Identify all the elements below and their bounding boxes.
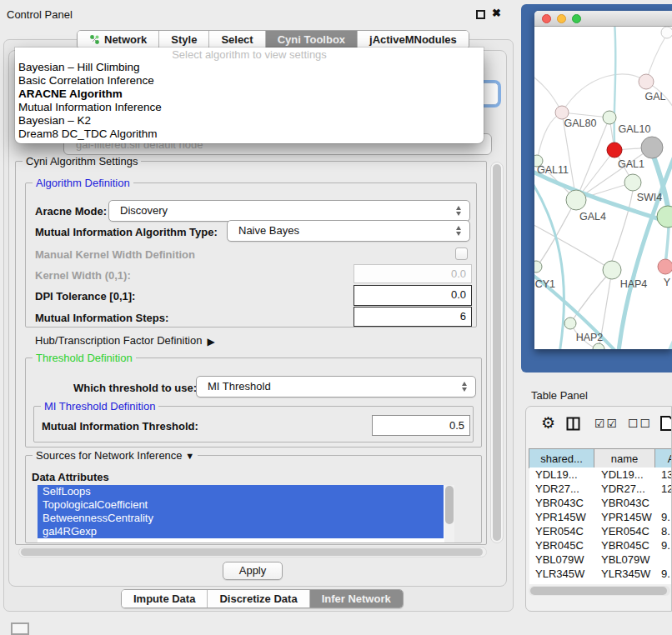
mi-type-combo[interactable]: Naive Bayes bbox=[227, 220, 470, 242]
network-canvas[interactable]: GALGAL80GAL10GAL1GAL11SWI4GAL4GCY1HAP4YH… bbox=[534, 27, 672, 348]
tab-infer-network[interactable]: Infer Network bbox=[309, 590, 403, 608]
network-node-hap4[interactable] bbox=[603, 261, 621, 279]
network-edge bbox=[537, 112, 562, 161]
attributes-scrollbar-thumb[interactable] bbox=[445, 486, 454, 524]
table-row[interactable]: YBL079WYBL079W bbox=[529, 552, 672, 567]
tab-label: Cyni Toolbox bbox=[278, 31, 345, 48]
network-node-gcy1[interactable] bbox=[534, 261, 542, 272]
attributes-scrollbar[interactable] bbox=[444, 485, 454, 542]
table-cell: 9. bbox=[657, 581, 672, 584]
table-row[interactable]: YDL19...YDL19...13 bbox=[529, 468, 672, 482]
table-cell: YDL19... bbox=[529, 468, 595, 482]
algorithm-option[interactable]: Basic Correlation Inference bbox=[15, 74, 484, 88]
network-node-gal4[interactable] bbox=[566, 190, 586, 210]
attribute-item[interactable]: SelfLoops bbox=[38, 485, 444, 498]
gear-icon[interactable]: ⚙ bbox=[541, 413, 555, 432]
network-window: GALGAL80GAL10GAL1GAL11SWI4GAL4GCY1HAP4YH… bbox=[534, 11, 672, 349]
table-row[interactable]: YPR145WYPR145W9. bbox=[529, 510, 672, 524]
network-node-gal10[interactable] bbox=[603, 111, 616, 124]
settings-vertical-scrollbar-thumb[interactable] bbox=[493, 164, 501, 541]
table-cell: 12 bbox=[657, 482, 672, 496]
node-label: Y bbox=[664, 277, 671, 288]
algorithm-option[interactable]: Dream8 DC_TDC Algorithm bbox=[15, 128, 484, 141]
sources-legend-toggle[interactable]: Sources for Network Inference ▼ bbox=[33, 449, 198, 462]
deselect-checkboxes-icon[interactable]: ☐☐ bbox=[628, 417, 652, 430]
settings-horizontal-scrollbar[interactable] bbox=[18, 547, 487, 558]
select-all-checkboxes-icon[interactable]: ☑☑ bbox=[594, 417, 619, 430]
attribute-item[interactable]: gal4RGexp bbox=[38, 525, 444, 538]
table-row[interactable]: YIL052CYIL052C9. bbox=[529, 581, 672, 584]
table-row[interactable]: YLR345WYLR345W9. bbox=[529, 567, 672, 581]
network-node-hap2[interactable] bbox=[564, 318, 576, 329]
network-node-gray-hub[interactable] bbox=[641, 137, 663, 158]
network-node-edge-top[interactable] bbox=[661, 27, 672, 38]
hub-definition-toggle[interactable]: Hub/Transcription Factor Definition▶ bbox=[35, 334, 215, 348]
network-window-titlebar[interactable] bbox=[534, 11, 672, 27]
node-label: GAL10 bbox=[619, 123, 651, 135]
node-label: SWI4 bbox=[637, 192, 663, 203]
table-row[interactable]: YBR045CYBR045C9. bbox=[529, 538, 672, 552]
application-window: Control Panel ✖ NetworkStyleSelectCyni T… bbox=[0, 0, 672, 635]
algorithm-definition-legend: Algorithm Definition bbox=[33, 177, 133, 189]
window-zoom-icon[interactable] bbox=[572, 14, 581, 23]
apply-button[interactable]: Apply bbox=[223, 562, 283, 580]
threshold-definition-legend: Threshold Definition bbox=[33, 352, 136, 364]
settings-vertical-scrollbar[interactable] bbox=[490, 162, 504, 543]
table-row[interactable]: YER054CYER054C8. bbox=[529, 524, 672, 538]
split-columns-icon[interactable] bbox=[566, 417, 580, 433]
mi-threshold-field[interactable]: 0.5 bbox=[372, 415, 470, 436]
tab-select[interactable]: Select bbox=[208, 31, 264, 48]
attribute-item[interactable]: BetweennessCentrality bbox=[38, 512, 444, 525]
network-node-swi4[interactable] bbox=[657, 206, 672, 228]
table-row[interactable]: YBR043CYBR043C bbox=[529, 496, 672, 510]
algorithm-option[interactable]: Bayesian – K2 bbox=[15, 114, 484, 128]
minimized-panel-icon[interactable] bbox=[11, 622, 29, 635]
table-cell: YDR27... bbox=[529, 482, 595, 496]
column-header[interactable]: shared... bbox=[529, 448, 594, 468]
window-minimize-icon[interactable] bbox=[557, 14, 566, 23]
document-icon[interactable] bbox=[659, 415, 672, 434]
table-cell: YBL079W bbox=[529, 552, 595, 567]
tab-discretize-data[interactable]: Discretize Data bbox=[207, 590, 308, 608]
which-threshold-value: MI Threshold bbox=[208, 380, 271, 392]
mi-steps-field[interactable]: 6 bbox=[354, 307, 472, 327]
algorithm-option[interactable]: Mutual Information Inference bbox=[15, 101, 484, 114]
aracne-mode-combo[interactable]: Discovery bbox=[108, 200, 470, 222]
tab-style[interactable]: Style bbox=[158, 31, 208, 48]
tab-network[interactable]: Network bbox=[78, 31, 158, 48]
network-node-right-pink[interactable] bbox=[658, 259, 672, 274]
kernel-width-field[interactable]: 0.0 bbox=[354, 264, 472, 283]
node-label: GAL80 bbox=[564, 118, 597, 129]
float-panel-icon[interactable] bbox=[476, 10, 485, 19]
manual-kernel-checkbox[interactable] bbox=[455, 248, 468, 260]
network-node-bottom[interactable] bbox=[593, 343, 604, 349]
algorithm-option[interactable]: Bayesian – Hill Climbing bbox=[15, 61, 484, 74]
table-cell: YBR045C bbox=[595, 538, 657, 552]
table-cell: YBR045C bbox=[529, 538, 595, 552]
which-threshold-combo[interactable]: MI Threshold bbox=[196, 376, 476, 398]
tab-jactivemnodules[interactable]: jActiveMNodules bbox=[357, 31, 469, 48]
column-header[interactable]: A bbox=[654, 448, 672, 468]
tab-cyni-toolbox[interactable]: Cyni Toolbox bbox=[265, 31, 357, 48]
dpi-tolerance-label: DPI Tolerance [0,1]: bbox=[35, 290, 135, 302]
window-close-icon[interactable] bbox=[542, 14, 551, 23]
network-node-gal1[interactable] bbox=[624, 174, 641, 191]
algorithm-option[interactable]: ARACNE Algorithm bbox=[15, 88, 484, 101]
table-cell bbox=[657, 496, 672, 510]
network-graph: GALGAL80GAL10GAL1GAL11SWI4GAL4GCY1HAP4YH… bbox=[534, 27, 672, 349]
tab-label: Impute Data bbox=[133, 590, 195, 608]
settings-horizontal-scrollbar-thumb[interactable] bbox=[21, 548, 483, 556]
attribute-item[interactable]: TopologicalCoefficient bbox=[38, 498, 444, 512]
network-node-gal10-red[interactable] bbox=[607, 142, 622, 158]
table-horizontal-scrollbar[interactable] bbox=[529, 586, 670, 596]
column-header[interactable]: name bbox=[594, 448, 655, 468]
table-horizontal-scrollbar-thumb[interactable] bbox=[530, 587, 667, 595]
table-row[interactable]: YDR27...YDR27...12 bbox=[529, 482, 672, 496]
tab-label: Network bbox=[104, 31, 147, 48]
table-cell: YPR145W bbox=[595, 510, 657, 524]
network-node-gal-top[interactable] bbox=[639, 74, 654, 89]
network-edge bbox=[661, 317, 672, 349]
close-icon[interactable]: ✖ bbox=[492, 7, 501, 19]
dpi-tolerance-field[interactable]: 0.0 bbox=[354, 285, 472, 306]
tab-impute-data[interactable]: Impute Data bbox=[122, 590, 207, 608]
